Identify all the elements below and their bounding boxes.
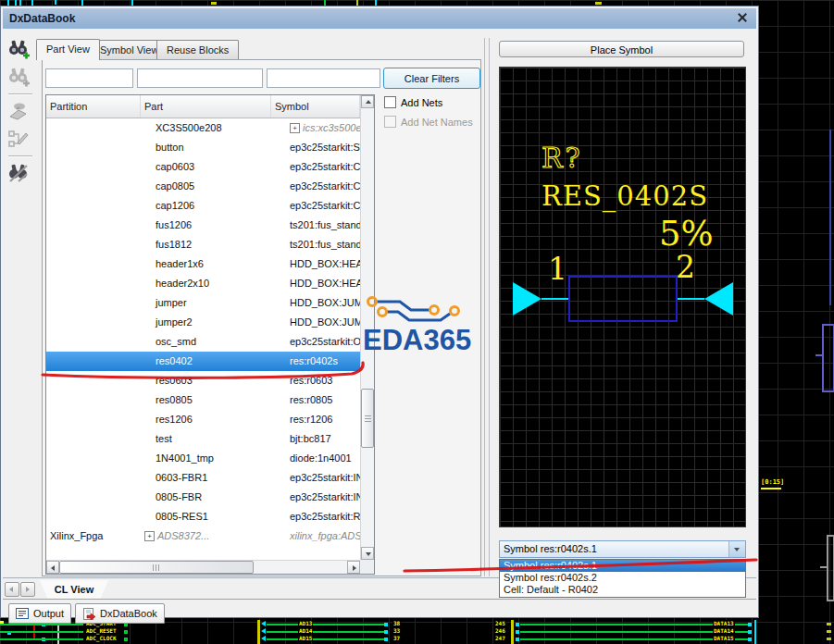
filter-input-symbol[interactable]	[267, 68, 380, 88]
pin1-arrow	[513, 282, 541, 316]
table-row-res0805[interactable]: res0805res:r0805	[46, 390, 360, 410]
table-row-button[interactable]: buttonep3c25starkit:SW_	[46, 138, 360, 157]
wire-mark	[827, 623, 831, 625]
pane-splitter[interactable]	[489, 38, 490, 576]
table-cell	[46, 429, 144, 449]
column-part[interactable]: Part	[141, 95, 271, 118]
search-parts-disabled-icon[interactable]	[6, 66, 34, 90]
junction	[748, 623, 752, 626]
vertical-scroll-thumb[interactable]	[361, 389, 374, 448]
dock-tab-databook[interactable]: DxDataBook	[75, 603, 165, 624]
table-row-ads8372...[interactable]: Xilinx_Fpga+ADS8372...xilinx_fpga:ADS83	[46, 526, 360, 546]
ripper	[261, 628, 266, 634]
scroll-down-button[interactable]	[361, 547, 374, 560]
checkbox-box[interactable]	[384, 116, 396, 128]
close-icon[interactable]	[736, 11, 750, 25]
pane-splitter[interactable]	[484, 38, 485, 576]
table-cell: 1N4001_tmp	[144, 449, 286, 468]
pin-number: 247	[494, 635, 506, 641]
table-cell: HDD_BOX:JUMPER	[286, 313, 360, 332]
table-row-header1x6[interactable]: header1x6HDD_BOX:HEADER	[46, 254, 360, 274]
dock-tab-label: Output	[33, 608, 64, 619]
horizontal-scrollbar[interactable]	[46, 560, 360, 574]
combo-value: Symbol res:r0402s.1	[504, 543, 597, 554]
table-header[interactable]: Partition Part Symbol	[46, 95, 360, 118]
table-cell	[46, 293, 144, 313]
scroll-up-button[interactable]	[361, 95, 374, 108]
table-row-cap0805[interactable]: cap0805ep3c25starkit:CAP	[46, 177, 360, 196]
bus-bar	[511, 620, 514, 644]
window-titlebar[interactable]: DxDataBook	[3, 8, 756, 29]
table-row-header2x10[interactable]: header2x10HDD_BOX:HEADER	[46, 274, 360, 293]
table-row-cap0603[interactable]: cap0603ep3c25starkit:CAP	[46, 157, 360, 177]
add-net-names-checkbox[interactable]: Add Net Names	[384, 116, 473, 128]
table-cell: button	[144, 138, 286, 157]
table-row-res1206[interactable]: res1206res:r1206	[46, 410, 360, 429]
junction	[124, 638, 128, 641]
refdes-text: R?	[541, 142, 583, 174]
add-nets-checkbox[interactable]: Add Nets	[384, 96, 442, 108]
column-symbol[interactable]: Symbol	[271, 95, 360, 118]
symbol-combo[interactable]: Symbol res:r0402s.1	[499, 540, 746, 558]
table-cell: xilinx_fpga:ADS83	[286, 526, 360, 546]
table-row-0805-fbr[interactable]: 0805-FBRep3c25starkit:INDU	[46, 488, 360, 507]
table-row-0805-res1[interactable]: 0805-RES1ep3c25starkit:RES	[46, 507, 360, 526]
junction	[384, 630, 388, 634]
scroll-right-button[interactable]	[347, 561, 360, 574]
table-cell	[46, 118, 144, 138]
place-part-icon[interactable]	[6, 100, 34, 124]
checkbox-box[interactable]	[384, 96, 396, 108]
place-symbol-button[interactable]: Place Symbol	[499, 41, 744, 57]
table-cell: res:r0805	[286, 390, 360, 410]
combo-option-3[interactable]: Cell: Default - R0402	[500, 584, 745, 596]
table-cell: cap0805	[144, 177, 286, 196]
table-cell: jumper	[144, 293, 286, 313]
checkbox-label: Add Nets	[401, 97, 442, 108]
sheet-prev-button[interactable]	[5, 582, 19, 597]
table-row-jumper2[interactable]: jumper2HDD_BOX:JUMPER	[46, 313, 360, 332]
table-cell: fus1812	[144, 235, 286, 254]
sheet-next-button[interactable]	[20, 582, 35, 597]
tab-label: Part View	[46, 43, 90, 55]
table-cell	[46, 235, 144, 254]
table-cell: header2x10	[144, 274, 286, 293]
scroll-left-button[interactable]	[46, 561, 59, 574]
tab-part-view[interactable]: Part View	[36, 39, 100, 60]
table-row-res0402[interactable]: res0402res:r0402s	[46, 352, 360, 371]
filter-input-partition[interactable]	[45, 68, 133, 88]
clear-filters-button[interactable]: Clear Filters	[383, 68, 480, 89]
chevron-down-icon[interactable]	[728, 541, 745, 557]
search-parts-icon[interactable]	[6, 38, 34, 62]
table-row-jumper[interactable]: jumperHDD_BOX:JUMPER	[46, 293, 360, 313]
table-row-fus1206[interactable]: fus1206ts201:fus_standar	[46, 216, 360, 235]
table-row-cap1206[interactable]: cap1206ep3c25starkit:CAP	[46, 196, 360, 216]
symbol-preview: R? RES_0402S 5% 1 2	[499, 67, 746, 527]
table-cell: diode:1n4001	[286, 449, 360, 468]
filter-input-part[interactable]	[137, 68, 263, 88]
sheet-tab-cl-view[interactable]: CL View	[40, 580, 108, 600]
left-toolbar	[5, 36, 40, 554]
column-partition[interactable]: Partition	[46, 95, 141, 118]
search-clear-icon[interactable]	[6, 162, 34, 186]
expand-icon[interactable]: +	[290, 123, 300, 133]
tab-reuse-blocks[interactable]: Reuse Blocks	[156, 40, 239, 60]
table-row-1n4001_tmp[interactable]: 1N4001_tmpdiode:1n4001	[46, 449, 360, 468]
verify-part-icon[interactable]	[6, 128, 34, 152]
expand-icon[interactable]: +	[144, 531, 155, 541]
table-body: XC3S500e208+ics:xc3s500e1of3..buttonep3c…	[46, 118, 360, 546]
combo-option-2[interactable]: Symbol res:r0402s.2	[500, 572, 745, 584]
eda365-watermark: EDA365	[363, 283, 481, 357]
table-row-xc3s500e208[interactable]: XC3S500e208+ics:xc3s500e1of3..	[46, 118, 360, 138]
horizontal-scroll-thumb[interactable]	[59, 561, 254, 574]
ripper	[261, 636, 266, 641]
combo-option-1[interactable]: Symbol res:r0402s.1	[500, 560, 745, 572]
table-row-test[interactable]: testbjt:bc817	[46, 429, 360, 449]
dock-tab-output[interactable]: Output	[8, 603, 71, 624]
table-row-fus1812[interactable]: fus1812ts201:fus_standar	[46, 235, 360, 254]
table-row-osc_smd[interactable]: osc_smdep3c25starkit:OSC	[46, 332, 360, 352]
table-cell: res0402	[144, 352, 286, 371]
wire-cyan	[754, 620, 756, 644]
table-cell	[46, 138, 144, 157]
table-row-0603-fbr1[interactable]: 0603-FBR1ep3c25starkit:INDU	[46, 468, 360, 488]
table-row-res0603[interactable]: res0603res:r0603	[46, 371, 360, 390]
